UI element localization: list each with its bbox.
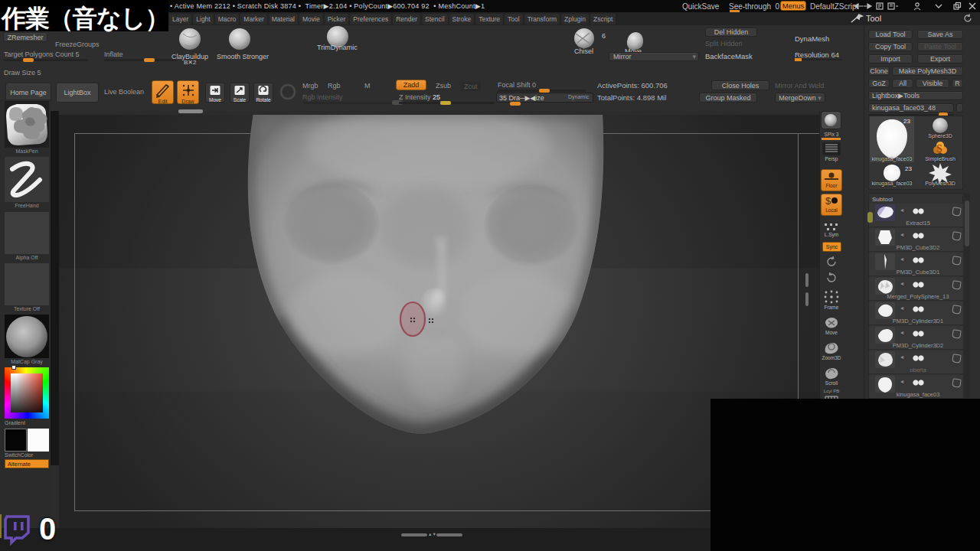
svg-text:S: S (936, 143, 942, 155)
svg-text:$: $ (825, 195, 831, 207)
